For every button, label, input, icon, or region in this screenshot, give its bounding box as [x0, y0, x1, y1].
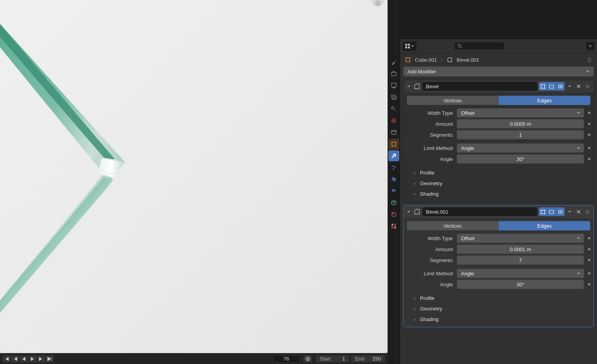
constraint-tab-icon[interactable] — [388, 186, 399, 196]
outliner-placeholder — [400, 0, 597, 39]
end-frame-field[interactable]: 250 — [368, 355, 385, 363]
jump-end-button[interactable] — [45, 355, 54, 363]
keyframe-dot-icon[interactable] — [588, 123, 590, 125]
modifier-display-toggles — [539, 82, 565, 91]
object-tab-icon[interactable] — [388, 139, 399, 150]
geometry-subsection-toggle[interactable]: ›Geometry — [414, 178, 590, 189]
modifier-name-field[interactable]: Bevel.001 — [422, 207, 537, 216]
angle-field[interactable]: 30° — [457, 154, 584, 164]
scene-tab-icon[interactable] — [388, 103, 399, 114]
collapse-toggle-icon[interactable] — [406, 84, 411, 88]
modifier-tab-icon[interactable] — [388, 150, 399, 161]
vertices-mode-button[interactable]: Vertices — [407, 96, 499, 105]
keyframe-dot-icon[interactable] — [588, 283, 590, 285]
modifier-header: Bevel.001 — [404, 205, 593, 218]
svg-rect-9 — [392, 71, 395, 72]
svg-rect-18 — [392, 142, 396, 146]
add-modifier-dropdown[interactable]: Add Modifier — [403, 66, 594, 77]
show-viewport-toggle[interactable] — [547, 82, 556, 91]
modifier-extras-dropdown[interactable] — [566, 207, 573, 216]
keyframe-next-button[interactable] — [37, 355, 45, 363]
show-editmode-toggle[interactable] — [539, 207, 547, 216]
floor-grid-icon[interactable] — [371, 0, 384, 7]
keyframe-dot-icon[interactable] — [588, 259, 590, 261]
show-editmode-toggle[interactable] — [539, 82, 547, 91]
svg-point-42 — [544, 87, 545, 89]
render-tab-icon[interactable] — [388, 68, 399, 79]
delete-modifier-button[interactable] — [575, 208, 583, 216]
jump-start-button[interactable] — [2, 355, 11, 363]
svg-rect-16 — [391, 130, 396, 134]
limit-method-dropdown[interactable]: Angle — [457, 143, 584, 153]
options-dropdown-button[interactable] — [586, 42, 595, 50]
material-tab-icon[interactable] — [388, 209, 399, 220]
width-type-dropdown[interactable]: Offset — [457, 234, 584, 243]
svg-rect-60 — [549, 211, 554, 214]
keyframe-dot-icon[interactable] — [588, 237, 590, 239]
data-tab-icon[interactable] — [388, 197, 399, 208]
play-reverse-button[interactable] — [20, 355, 28, 363]
start-frame-field[interactable]: 1 — [334, 355, 349, 363]
viewlayer-tab-icon[interactable] — [388, 92, 399, 103]
svg-point-22 — [393, 178, 395, 180]
drag-handle-icon[interactable] — [584, 209, 591, 214]
amount-field[interactable]: 0.0005 m — [457, 119, 584, 128]
segments-field[interactable]: 7 — [457, 255, 584, 265]
profile-subsection-toggle[interactable]: ›Profile — [414, 168, 590, 178]
svg-point-45 — [560, 86, 561, 87]
collection-tab-icon[interactable] — [388, 127, 399, 138]
svg-rect-11 — [393, 87, 395, 88]
keyframe-prev-button[interactable] — [11, 355, 20, 363]
breadcrumb-object[interactable]: Cube.001 — [415, 57, 437, 63]
output-tab-icon[interactable] — [388, 80, 399, 91]
properties-search-input[interactable] — [454, 42, 505, 50]
geometry-subsection-toggle[interactable]: ›Geometry — [414, 303, 590, 314]
bevel-icon — [413, 82, 421, 90]
limit-method-dropdown[interactable]: Angle — [457, 269, 584, 278]
svg-point-68 — [588, 211, 589, 212]
texture-tab-icon[interactable] — [388, 221, 399, 232]
play-forward-button[interactable] — [28, 355, 37, 363]
amount-field[interactable]: 0.0001 m — [457, 244, 584, 254]
width-type-dropdown[interactable]: Offset — [457, 108, 584, 118]
breadcrumb-modifier[interactable]: Bevel.001 — [457, 57, 479, 63]
current-frame-field[interactable]: 76 — [273, 355, 300, 363]
auto-keying-button[interactable] — [303, 355, 313, 363]
editor-type-dropdown[interactable] — [402, 41, 416, 51]
width-type-label: Width Type — [407, 110, 453, 116]
edges-mode-button[interactable]: Edges — [499, 221, 590, 230]
physics-tab-icon[interactable] — [388, 174, 399, 185]
svg-rect-33 — [405, 46, 407, 48]
keyframe-dot-icon[interactable] — [588, 134, 590, 136]
pin-icon[interactable] — [587, 57, 592, 62]
edges-mode-button[interactable]: Edges — [499, 96, 590, 105]
drag-handle-icon[interactable] — [584, 84, 591, 89]
delete-modifier-button[interactable] — [575, 82, 583, 90]
shading-subsection-toggle[interactable]: ›Shading — [414, 314, 590, 325]
world-tab-icon[interactable] — [388, 115, 399, 126]
profile-subsection-toggle[interactable]: ›Profile — [414, 293, 590, 303]
angle-field[interactable]: 30° — [457, 280, 584, 289]
segments-field[interactable]: 1 — [457, 130, 584, 139]
keyframe-dot-icon[interactable] — [588, 248, 590, 250]
show-render-toggle[interactable] — [556, 207, 565, 216]
show-render-toggle[interactable] — [556, 82, 565, 91]
svg-point-54 — [588, 87, 589, 88]
tool-tab-icon[interactable] — [388, 57, 399, 68]
modifier-name-field[interactable]: Bevel — [422, 82, 537, 91]
shading-subsection-toggle[interactable]: ›Shading — [414, 189, 590, 199]
3d-viewport[interactable] — [0, 0, 388, 353]
vertices-mode-button[interactable]: Vertices — [407, 221, 499, 230]
keyframe-dot-icon[interactable] — [588, 158, 590, 160]
keyframe-dot-icon[interactable] — [588, 272, 590, 275]
svg-point-50 — [587, 86, 588, 87]
show-viewport-toggle[interactable] — [547, 207, 556, 216]
modifier-extras-dropdown[interactable] — [566, 82, 573, 91]
svg-point-67 — [587, 211, 588, 212]
keyframe-dot-icon[interactable] — [588, 112, 590, 114]
svg-rect-43 — [549, 85, 554, 88]
keyframe-dot-icon[interactable] — [588, 147, 590, 149]
collapse-toggle-icon[interactable] — [406, 210, 411, 214]
svg-rect-29 — [391, 227, 393, 228]
particle-tab-icon[interactable] — [388, 162, 399, 173]
